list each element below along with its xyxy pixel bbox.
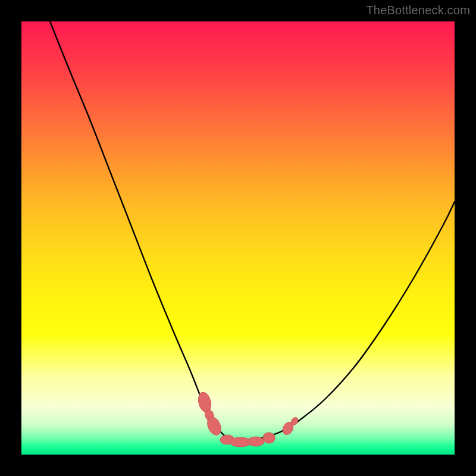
chart-frame: TheBottleneck.com [0,0,476,476]
curve-layer [21,21,455,455]
plot-area [21,21,455,455]
curve-marker-5 [248,437,264,446]
marker-group [196,391,299,447]
bottleneck-curve [50,21,455,440]
watermark-text: TheBottleneck.com [366,4,470,17]
